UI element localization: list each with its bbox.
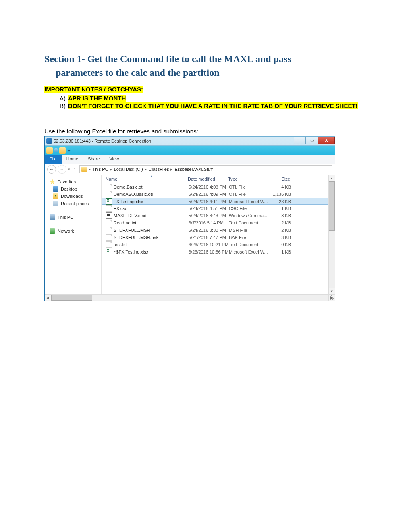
file-icon	[106, 212, 112, 219]
file-type: Microsoft Excel W...	[229, 249, 270, 254]
breadcrumb[interactable]: ▸ This PC ▸ Local Disk (C:) ▸ ClassFiles…	[79, 165, 333, 173]
file-type: OTL File	[229, 185, 270, 189]
nav-thispc[interactable]: This PC	[46, 214, 100, 221]
file-size: 3 KB	[270, 235, 291, 240]
file-date: 5/21/2016 7:47 PM	[189, 235, 229, 240]
nav-forward-button[interactable]: →	[58, 165, 66, 174]
nav-up-button[interactable]: ↑	[72, 166, 78, 172]
file-icon	[106, 184, 112, 190]
file-date: 5/24/2016 4:51 PM	[189, 206, 229, 211]
file-row[interactable]: STDFXFULL.MSH.bak5/21/2016 7:47 PMBAK Fi…	[102, 234, 335, 241]
file-row[interactable]: FX Testing.xlsx5/24/2016 4:11 PMMicrosof…	[102, 198, 335, 205]
rdc-window: 52.53.236.181:443 - Remote Desktop Conne…	[44, 136, 335, 301]
explorer-ribbon-tabs: File Home Share View	[45, 155, 335, 164]
qat-icon-3[interactable]	[59, 147, 66, 154]
tab-file[interactable]: File	[45, 155, 62, 164]
file-type: Windows Comma...	[229, 213, 270, 218]
col-name[interactable]: Name	[106, 177, 188, 181]
col-type[interactable]: Type	[228, 177, 269, 181]
file-name: FX Testing.xlsx	[114, 199, 189, 204]
nav-favorites[interactable]: Favorites	[46, 178, 100, 185]
scroll-up-icon[interactable]: ▲	[329, 175, 335, 181]
file-row[interactable]: FX.csc5/24/2016 4:51 PMCSC File1 KB	[102, 205, 335, 212]
file-date: 5/24/2016 4:11 PM	[189, 199, 229, 204]
file-row[interactable]: test.txt6/26/2016 10:21 PMText Document0…	[102, 241, 335, 248]
rdc-titlebar[interactable]: 52.53.236.181:443 - Remote Desktop Conne…	[45, 136, 335, 146]
network-icon	[50, 228, 55, 234]
desktop-icon	[53, 186, 58, 192]
file-size: 2 KB	[270, 228, 291, 233]
file-name: STDFXFULL.MSH.bak	[114, 235, 189, 240]
section-title: Section 1- Get the Command file to call …	[44, 52, 367, 79]
file-type: BAK File	[229, 235, 270, 240]
maximize-button[interactable]: ▭	[306, 137, 318, 144]
close-button[interactable]: X	[318, 137, 335, 144]
file-date: 5/24/2016 4:08 PM	[189, 185, 229, 189]
file-name: test.txt	[114, 242, 189, 247]
file-name: MAXL_DEV.cmd	[114, 213, 189, 218]
hscroll-thumb[interactable]	[51, 295, 92, 301]
nav-back-button[interactable]: ←	[47, 165, 56, 174]
file-icon	[106, 234, 112, 241]
list-header[interactable]: ▲ Name Date modified Type Size	[102, 175, 335, 183]
file-size: 1 KB	[270, 206, 291, 211]
note-a: A) APR IS THE MONTH	[60, 95, 367, 102]
explorer-nav-pane: Favorites Desktop Downloads Recent place…	[45, 175, 102, 294]
file-icon	[106, 198, 112, 205]
file-row[interactable]: ~$FX Testing.xlsx6/26/2016 10:56 PMMicro…	[102, 248, 335, 256]
file-type: Text Document	[229, 242, 270, 247]
col-size[interactable]: Size	[269, 177, 290, 181]
file-name: DemoASO.Basic.otl	[114, 192, 189, 197]
file-type: Text Document	[229, 220, 270, 225]
file-date: 5/24/2016 3:30 PM	[189, 228, 229, 233]
notes-list: A) APR IS THE MONTH B) DON'T FORGET TO C…	[60, 95, 367, 109]
file-size: 0 KB	[270, 242, 291, 247]
rdc-title: 52.53.236.181:443 - Remote Desktop Conne…	[54, 139, 151, 143]
scroll-thumb[interactable]	[329, 181, 335, 231]
nav-network[interactable]: Network	[46, 227, 100, 235]
file-type: MSH File	[229, 228, 270, 233]
vertical-scrollbar[interactable]: ▲ ▼	[328, 175, 335, 294]
file-type: Microsoft Excel W...	[229, 199, 270, 204]
nav-recent[interactable]: Recent places	[46, 200, 100, 207]
recent-icon	[53, 201, 58, 206]
resize-grip-icon[interactable]	[330, 295, 334, 300]
file-icon	[106, 220, 112, 226]
scroll-left-icon[interactable]: ◀	[45, 295, 51, 301]
file-size: 1,136 KB	[270, 192, 291, 197]
file-icon	[106, 227, 112, 233]
file-row[interactable]: STDFXFULL.MSH5/24/2016 3:30 PMMSH File2 …	[102, 227, 335, 234]
tab-view[interactable]: View	[104, 155, 124, 164]
file-type: OTL File	[229, 192, 270, 197]
scroll-down-icon[interactable]: ▼	[329, 288, 335, 294]
qat-dropdown-icon[interactable]: ⏷	[67, 148, 71, 153]
qat-icon-2[interactable]	[54, 148, 58, 152]
tab-share[interactable]: Share	[83, 155, 104, 164]
file-row[interactable]: MAXL_DEV.cmd5/24/2016 3:43 PMWindows Com…	[102, 212, 335, 219]
tab-home[interactable]: Home	[62, 155, 83, 164]
qat-icon-1[interactable]	[46, 147, 53, 154]
file-date: 6/7/2016 5:14 PM	[189, 220, 229, 225]
file-row[interactable]: Readme.txt6/7/2016 5:14 PMText Document2…	[102, 219, 335, 227]
file-date: 6/26/2016 10:21 PM	[189, 242, 229, 247]
file-name: Demo.Basic.otl	[114, 185, 189, 189]
file-date: 5/24/2016 4:09 PM	[189, 192, 229, 197]
file-icon	[106, 191, 112, 197]
nav-desktop[interactable]: Desktop	[46, 185, 100, 193]
col-date[interactable]: Date modified	[188, 177, 228, 181]
horizontal-scrollbar[interactable]: ◀ ▶	[45, 294, 335, 301]
file-row[interactable]: Demo.Basic.otl5/24/2016 4:08 PMOTL File4…	[102, 183, 335, 191]
file-type: CSC File	[229, 206, 270, 211]
file-row[interactable]: DemoASO.Basic.otl5/24/2016 4:09 PMOTL Fi…	[102, 191, 335, 198]
file-size: 3 KB	[270, 213, 291, 218]
pc-icon	[50, 214, 55, 220]
nav-downloads[interactable]: Downloads	[46, 193, 100, 200]
nav-history-dropdown-icon[interactable]: ▾	[68, 167, 70, 171]
instruction: Use the following Excel file for retriev…	[44, 128, 367, 135]
file-name: FX.csc	[114, 206, 189, 211]
file-date: 5/24/2016 3:43 PM	[189, 213, 229, 218]
downloads-icon	[53, 193, 58, 199]
file-size: 1 KB	[270, 249, 291, 254]
title-line1: Section 1- Get the Command file to call …	[44, 54, 291, 64]
minimize-button[interactable]: —	[294, 137, 306, 144]
